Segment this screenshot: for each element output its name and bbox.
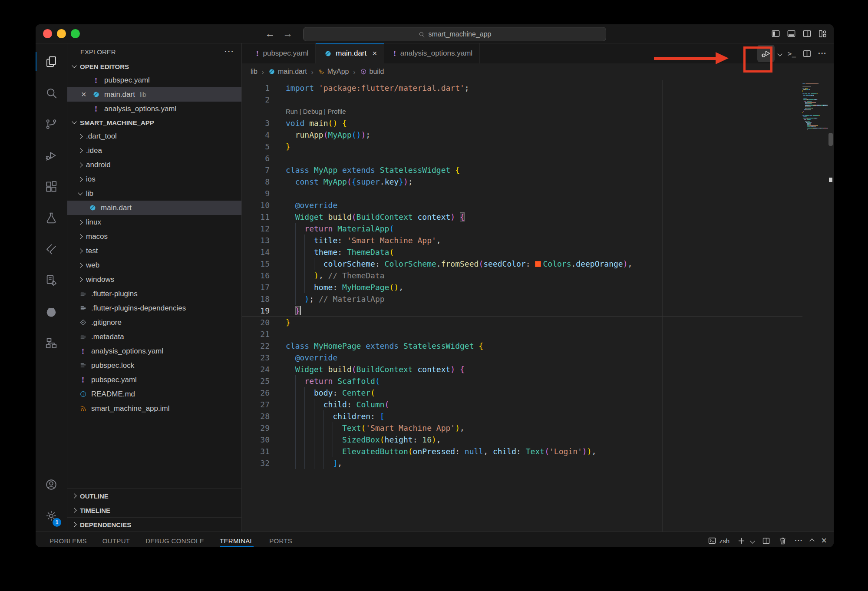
activity-accounts[interactable] bbox=[36, 469, 67, 500]
tree-folder-ios[interactable]: ios bbox=[67, 172, 241, 186]
new-terminal-icon[interactable] bbox=[737, 536, 746, 545]
activity-project-manager[interactable] bbox=[36, 327, 67, 359]
line-number: 22 bbox=[242, 340, 270, 352]
breadcrumb-MyApp[interactable]: MyApp bbox=[318, 68, 349, 76]
maximize-panel-icon[interactable] bbox=[810, 537, 814, 545]
panel-tab-terminal[interactable]: TERMINAL bbox=[220, 532, 254, 547]
activity-flutter[interactable] bbox=[36, 234, 67, 265]
tree-file-pubspec.yaml[interactable]: !pubspec.yaml bbox=[67, 373, 241, 387]
panel-tab-problems[interactable]: PROBLEMS bbox=[50, 532, 87, 547]
open-editors-header[interactable]: OPEN EDITORS bbox=[67, 60, 241, 73]
terminal-dropdown-icon[interactable] bbox=[751, 537, 754, 545]
close-window-button[interactable] bbox=[43, 29, 52, 38]
open-editor-analysis_options.yaml[interactable]: !analysis_options.yaml bbox=[67, 102, 241, 116]
code-area[interactable]: 1import 'package:flutter/material.dart';… bbox=[242, 80, 834, 532]
minimap[interactable] bbox=[802, 80, 828, 532]
tree-item-label: macos bbox=[86, 232, 108, 241]
tree-file-.flutter-plugins[interactable]: .flutter-plugins bbox=[67, 287, 241, 301]
tree-item-label: main.dart bbox=[101, 204, 132, 212]
panel-tab-output[interactable]: OUTPUT bbox=[102, 532, 130, 547]
minimize-window-button[interactable] bbox=[57, 29, 66, 38]
tree-folder-android[interactable]: android bbox=[67, 158, 241, 172]
code-line-26: 26 body: Center( bbox=[242, 387, 802, 399]
more-icon[interactable]: ··· bbox=[795, 537, 803, 545]
color-swatch[interactable] bbox=[535, 261, 541, 267]
tree-file-analysis_options.yaml[interactable]: !analysis_options.yaml bbox=[67, 344, 241, 358]
code-line-29: 29 Text('Smart Machine App'), bbox=[242, 422, 802, 434]
tab-main.dart[interactable]: main.dart× bbox=[316, 43, 384, 63]
tree-file-.metadata[interactable]: .metadata bbox=[67, 330, 241, 344]
activity-run-debug[interactable] bbox=[36, 140, 67, 171]
tree-file-README.md[interactable]: README.md bbox=[67, 387, 241, 401]
code-editor[interactable]: 1import 'package:flutter/material.dart';… bbox=[242, 80, 802, 532]
tree-folder-linux[interactable]: linux bbox=[67, 215, 241, 229]
tree-folder-test[interactable]: test bbox=[67, 244, 241, 258]
explorer-more-icon[interactable]: ··· bbox=[224, 47, 234, 56]
tree-file-.flutter-plugins-dependencies[interactable]: .flutter-plugins-dependencies bbox=[67, 301, 241, 315]
activity-code-tools[interactable] bbox=[36, 265, 67, 296]
gitignore-icon bbox=[79, 319, 87, 326]
section-outline[interactable]: OUTLINE bbox=[67, 489, 241, 503]
activity-search[interactable] bbox=[36, 77, 67, 109]
tree-file-pubspec.lock[interactable]: pubspec.lock bbox=[67, 358, 241, 373]
breadcrumb-lib[interactable]: lib bbox=[251, 68, 257, 76]
close-panel-icon[interactable]: × bbox=[821, 535, 827, 546]
toggle-panel-icon[interactable] bbox=[786, 29, 796, 39]
activity-extensions[interactable] bbox=[36, 171, 67, 202]
panel-tab-debug-console[interactable]: DEBUG CONSOLE bbox=[145, 532, 204, 547]
more-actions[interactable]: ··· bbox=[818, 49, 827, 58]
activity-testing[interactable] bbox=[36, 202, 67, 234]
settings-badge: 1 bbox=[53, 518, 61, 527]
tree-folder-windows[interactable]: windows bbox=[67, 272, 241, 287]
tree-folder-.dart_tool[interactable]: .dart_tool bbox=[67, 129, 241, 143]
close-tab-icon[interactable]: × bbox=[372, 49, 377, 58]
activity-settings[interactable]: 1 bbox=[36, 500, 67, 532]
nav-back-icon[interactable]: ← bbox=[265, 28, 275, 40]
project-root-header[interactable]: SMART_MACHINE_APP bbox=[67, 116, 241, 129]
line-number: 16 bbox=[242, 270, 270, 281]
scrollbar-thumb[interactable] bbox=[828, 133, 833, 146]
run-dropdown-button[interactable] bbox=[778, 50, 782, 57]
breadcrumb-main.dart[interactable]: main.dart bbox=[268, 68, 307, 76]
open-editor-pubspec.yaml[interactable]: !pubspec.yaml bbox=[67, 73, 241, 87]
activity-explorer[interactable] bbox=[36, 46, 67, 77]
panel-tab-ports[interactable]: PORTS bbox=[269, 532, 292, 547]
tab-pubspec.yaml[interactable]: !pubspec.yaml bbox=[247, 43, 316, 63]
breadcrumb-build[interactable]: build bbox=[360, 68, 384, 76]
tree-file-.gitignore[interactable]: .gitignore bbox=[67, 315, 241, 330]
split-editor-button[interactable] bbox=[802, 49, 812, 59]
line-number: 11 bbox=[242, 211, 270, 223]
codelens-run-debug-profile[interactable]: Run | Debug | Profile bbox=[286, 106, 346, 117]
activity-source-control[interactable] bbox=[36, 109, 67, 140]
activity-github[interactable] bbox=[36, 296, 67, 327]
section-timeline[interactable]: TIMELINE bbox=[67, 503, 241, 517]
overview-ruler[interactable] bbox=[828, 80, 834, 532]
tree-file-main.dart[interactable]: main.dart bbox=[67, 201, 241, 215]
toggle-secondary-sidebar-icon[interactable] bbox=[802, 29, 812, 39]
tree-file-smart_machine_app.iml[interactable]: smart_machine_app.iml bbox=[67, 401, 241, 416]
tab-analysis_options.yaml[interactable]: !analysis_options.yaml bbox=[384, 43, 480, 63]
command-center-search[interactable]: smart_machine_app bbox=[303, 27, 606, 41]
dart-file-icon bbox=[92, 91, 100, 98]
tree-folder-lib[interactable]: lib bbox=[67, 186, 241, 201]
open-editor-main.dart[interactable]: ×main.dartlib bbox=[67, 87, 241, 102]
open-terminal-button[interactable]: >_ bbox=[788, 50, 796, 58]
chevron-right-icon bbox=[78, 177, 83, 182]
nav-forward-icon[interactable]: → bbox=[283, 28, 293, 40]
yaml-warning-icon: ! bbox=[92, 76, 100, 85]
tree-folder-web[interactable]: web bbox=[67, 258, 241, 272]
tree-folder-.idea[interactable]: .idea bbox=[67, 143, 241, 158]
open-editors-section: OPEN EDITORS!pubspec.yaml×main.dartlib!a… bbox=[67, 60, 241, 116]
shell-indicator[interactable]: zsh bbox=[708, 536, 729, 545]
kill-terminal-icon[interactable] bbox=[778, 536, 787, 545]
customize-layout-icon[interactable] bbox=[817, 29, 828, 39]
close-editor-icon[interactable]: × bbox=[81, 89, 86, 99]
split-terminal-icon[interactable] bbox=[762, 536, 771, 545]
toggle-primary-sidebar-icon[interactable] bbox=[770, 29, 781, 39]
tree-folder-macos[interactable]: macos bbox=[67, 229, 241, 244]
section-dependencies[interactable]: DEPENDENCIES bbox=[67, 517, 241, 532]
annotation-arrow-head bbox=[716, 52, 729, 64]
macos-traffic-lights bbox=[43, 29, 80, 38]
zoom-window-button[interactable] bbox=[71, 29, 80, 38]
code-line-12: 12 return MaterialApp( bbox=[242, 223, 802, 234]
